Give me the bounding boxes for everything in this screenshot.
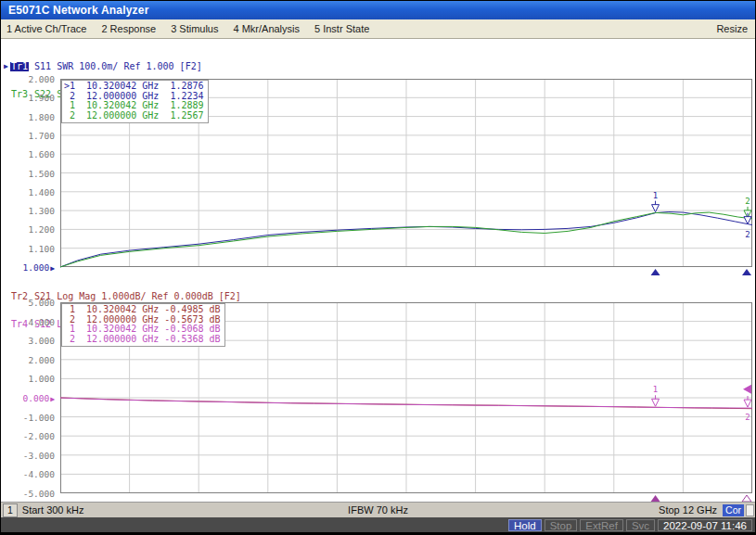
menu-item-stimulus[interactable]: 3 Stimulus bbox=[171, 23, 218, 34]
datetime-display: 2022-09-07 11:46 bbox=[658, 519, 752, 531]
marker-readout-row: 1 10.320042 GHz -0.4985 dB bbox=[64, 305, 221, 315]
marker-number-label: 1 bbox=[653, 385, 658, 394]
y-tick-label: 4.000 bbox=[1, 316, 58, 326]
marker-readout-row: 1 10.320042 GHz -0.5068 dB bbox=[64, 325, 221, 335]
y-tick-label: 2.000 bbox=[1, 354, 58, 364]
logmag-chart-plot[interactable]: 1 10.320042 GHz -0.4985 dB 2 12.000000 G… bbox=[60, 302, 752, 493]
resize-button[interactable]: Resize bbox=[716, 23, 748, 34]
y-tick-label: 1.000 bbox=[1, 374, 58, 384]
edge-indicator-icon bbox=[743, 385, 751, 394]
stimulus-marker-icon bbox=[742, 269, 751, 275]
swr-chart-plot[interactable]: >1 10.320042 GHz 1.2876 2 12.000000 GHz … bbox=[60, 79, 752, 267]
hold-status-badge[interactable]: Hold bbox=[508, 519, 542, 531]
y-axis-top: 2.0001.9001.8001.7001.6001.5001.4001.300… bbox=[1, 79, 58, 267]
trace-params-tr1: S11 SWR 100.0m/ Ref 1.000 [F2] bbox=[29, 62, 202, 71]
instrument-status-bar: Hold Stop ExtRef Svc 2022-09-07 11:46 bbox=[1, 517, 755, 532]
marker-number-label: 2 bbox=[745, 413, 750, 422]
start-frequency-label[interactable]: Start 300 kHz bbox=[22, 504, 84, 516]
y-tick-label: -3.000 bbox=[1, 450, 58, 460]
extref-status-label: ExtRef bbox=[580, 519, 623, 531]
y-tick-label: 3.000 bbox=[1, 336, 58, 346]
menu-item-active-ch-trace[interactable]: 1 Active Ch/Trace bbox=[6, 23, 86, 34]
title-bar[interactable]: E5071C Network Analyzer bbox=[1, 1, 755, 19]
y-tick-label: 1.400 bbox=[1, 186, 58, 197]
trace-info-tr1[interactable]: ▶Tr1 S11 SWR 100.0m/ Ref 1.000 [F2] bbox=[4, 62, 202, 71]
status-bar: 1 Start 300 kHz IFBW 70 kHz Stop 12 GHz … bbox=[1, 502, 755, 517]
marker-number-label: 1 bbox=[653, 191, 658, 200]
window-title: E5071C Network Analyzer bbox=[8, 4, 149, 17]
y-axis-bottom: 5.0004.0003.0002.0001.0000.000▶-1.000-2.… bbox=[1, 302, 58, 493]
marker-triangle-icon bbox=[744, 400, 751, 407]
y-tick-label: -5.000 bbox=[1, 489, 58, 499]
marker-readout-row: 2 12.000000 GHz 1.2567 bbox=[64, 111, 204, 121]
trace-params-tr2: S21 Log Mag 1.000dB/ Ref 0.000dB [F2] bbox=[29, 292, 241, 301]
channel-number-badge[interactable]: 1 bbox=[3, 503, 18, 517]
marker-readout-row: 1 10.320042 GHz 1.2889 bbox=[64, 101, 204, 111]
ifbw-label[interactable]: IFBW 70 kHz bbox=[348, 504, 408, 516]
y-tick-label: 1.600 bbox=[1, 149, 58, 159]
trace-badge-tr1[interactable]: Tr1 bbox=[10, 62, 29, 71]
stimulus-marker-icon bbox=[742, 495, 751, 502]
marker-number-label: 2 bbox=[745, 197, 750, 206]
y-tick-label: 2.000 bbox=[1, 74, 58, 84]
marker-number-label: 2 bbox=[745, 230, 750, 239]
y-tick-label: -4.000 bbox=[1, 469, 58, 479]
svc-status-label: Svc bbox=[626, 519, 655, 531]
stimulus-marker-icon bbox=[651, 495, 660, 502]
y-tick-label: 1.800 bbox=[1, 111, 58, 121]
y-tick-label: 1.200 bbox=[1, 224, 58, 235]
y-tick-label: -1.000 bbox=[1, 412, 58, 422]
e5071c-window: E5071C Network Analyzer 1 Active Ch/Trac… bbox=[0, 0, 756, 535]
stop-status-label: Stop bbox=[545, 519, 578, 531]
marker-readout-row: 2 12.000000 GHz -0.5368 dB bbox=[64, 335, 221, 345]
marker-triangle-icon bbox=[652, 399, 660, 406]
stop-frequency-label[interactable]: Stop 12 GHz bbox=[659, 504, 717, 516]
stimulus-marker-icon bbox=[651, 269, 660, 275]
marker-readout-top: >1 10.320042 GHz 1.2876 2 12.000000 GHz … bbox=[61, 80, 209, 123]
y-tick-label: 1.700 bbox=[1, 130, 58, 140]
status-bar-end-cap bbox=[746, 504, 754, 516]
reference-level-arrow-icon: ▶ bbox=[50, 395, 55, 403]
active-trace-arrow: ▶ bbox=[4, 62, 10, 71]
menu-bar: 1 Active Ch/Trace 2 Response 3 Stimulus … bbox=[1, 19, 755, 39]
correction-status-badge: Cor bbox=[723, 504, 744, 516]
y-tick-label: 1.900 bbox=[1, 93, 58, 103]
menu-item-mkr-analysis[interactable]: 4 Mkr/Analysis bbox=[233, 23, 300, 34]
marker-triangle-icon bbox=[744, 217, 751, 224]
y-tick-label: 1.300 bbox=[1, 206, 58, 216]
analyzer-screen: ▶Tr1 S11 SWR 100.0m/ Ref 1.000 [F2] Tr3 … bbox=[1, 39, 755, 502]
y-tick-label: 0.000▶ bbox=[1, 393, 58, 403]
y-tick-label: -2.000 bbox=[1, 431, 58, 441]
reference-level-arrow-icon: ▶ bbox=[50, 264, 55, 273]
menu-item-instr-state[interactable]: 5 Instr State bbox=[314, 23, 369, 34]
y-tick-label: 1.500 bbox=[1, 168, 58, 178]
y-tick-label: 1.000▶ bbox=[1, 262, 58, 273]
marker-readout-row: >1 10.320042 GHz 1.2876 bbox=[64, 82, 204, 92]
menu-item-response[interactable]: 2 Response bbox=[101, 23, 156, 34]
y-tick-label: 1.100 bbox=[1, 243, 58, 253]
y-tick-label: 5.000 bbox=[1, 298, 58, 308]
marker-readout-bottom: 1 10.320042 GHz -0.4985 dB 2 12.000000 G… bbox=[61, 303, 225, 347]
